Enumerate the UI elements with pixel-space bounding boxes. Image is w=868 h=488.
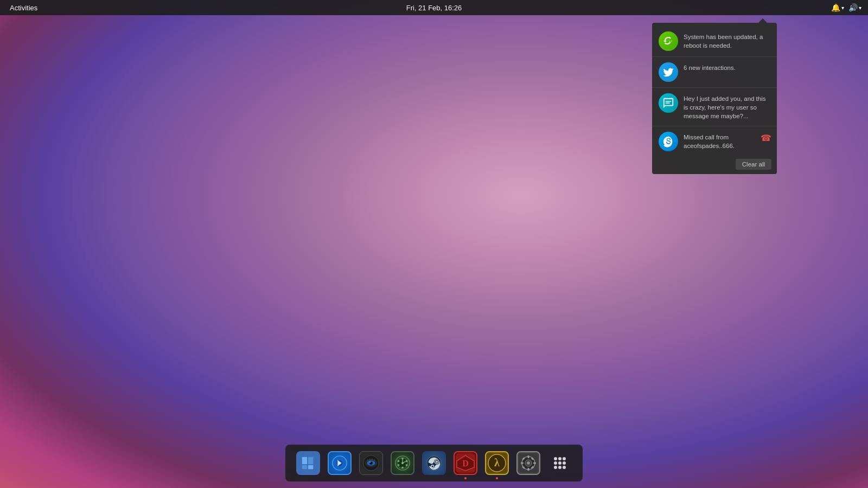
svg-rect-0 [302,457,307,464]
message-icon [659,93,678,113]
topbar-datetime: Fri, 21 Feb, 16:26 [406,4,462,12]
svg-text:λ: λ [494,457,500,468]
volume-button[interactable]: 🔊 ▾ [848,3,861,12]
volume-icon: 🔊 [848,3,858,12]
topbar: Activities Fri, 21 Feb, 16:26 🔔 ▾ 🔊 ▾ [0,0,868,15]
svg-point-30 [436,461,438,463]
svg-point-52 [563,457,566,460]
notification-caret-icon: ▾ [841,5,844,11]
notification-text-twitter: 6 new interactions. [684,62,770,72]
notification-text-skype: Missed call from aceofspades..666. [684,132,770,150]
notif-divider-3 [652,126,777,126]
svg-point-54 [558,461,561,465]
svg-point-24 [398,460,400,462]
files-icon [296,451,320,475]
notification-footer: Clear all [652,156,777,172]
dock-item-workrave[interactable] [388,449,417,477]
twitter-icon [659,62,678,82]
notification-panel: System has been updated, a reboot is nee… [652,23,777,174]
dock-item-dota[interactable]: D [451,449,480,477]
bell-icon: 🔔 [831,3,840,12]
notification-text-message: Hey I just added you, and this is crazy,… [684,93,770,120]
svg-point-49 [527,461,530,465]
rhythmbox-icon [328,451,352,475]
svg-text:D: D [462,459,469,468]
volume-caret-icon: ▾ [859,5,861,11]
svg-point-21 [406,464,408,466]
svg-rect-43 [521,463,524,464]
dota-icon: D [454,451,477,475]
svg-rect-1 [308,457,313,464]
appgrid-icon [548,451,572,475]
clear-all-button[interactable]: Clear all [736,159,771,170]
dock-item-rhythmbox[interactable] [326,449,354,477]
notification-item-skype[interactable]: Missed call from aceofspades..666. ☎ [652,127,777,156]
notification-item-update[interactable]: System has been updated, a reboot is nee… [652,27,777,55]
svg-point-23 [398,464,400,466]
topbar-left: Activities [7,3,41,13]
svg-point-20 [406,460,408,462]
svg-point-27 [401,462,404,464]
svg-rect-41 [528,455,529,458]
svg-point-55 [563,461,566,465]
dota-indicator [464,477,467,479]
synaptic-icon [516,451,540,475]
svg-point-53 [554,461,557,465]
desktop: Activities Fri, 21 Feb, 16:26 🔔 ▾ 🔊 ▾ [0,0,868,488]
dock-item-eyeofgnome[interactable] [357,449,385,477]
svg-rect-42 [528,468,529,471]
svg-rect-44 [533,463,536,464]
dock-item-lambda[interactable]: λ [483,449,511,477]
notification-text-update: System has been updated, a reboot is nee… [684,31,770,50]
dock-item-files[interactable] [294,449,322,477]
svg-point-11 [369,461,371,463]
notif-divider-2 [652,87,777,88]
notification-button[interactable]: 🔔 ▾ [831,3,844,12]
dock: D λ [285,445,583,481]
svg-rect-3 [308,465,313,470]
svg-point-58 [563,466,566,469]
svg-point-51 [558,457,561,460]
notif-divider-1 [652,56,777,57]
eyeofgnome-icon [359,451,383,475]
svg-point-56 [554,466,557,469]
lambda-icon: λ [485,451,509,475]
notification-item-twitter[interactable]: 6 new interactions. [652,58,777,86]
svg-point-50 [554,457,557,460]
notification-close-icon[interactable]: ☎ [761,133,771,143]
svg-point-22 [401,467,404,469]
steam-icon [422,451,446,475]
dock-item-appgrid[interactable] [546,449,574,477]
dock-item-synaptic[interactable] [514,449,542,477]
update-icon [659,31,678,51]
svg-rect-2 [302,465,307,470]
notification-item-message[interactable]: Hey I just added you, and this is crazy,… [652,89,777,125]
activities-button[interactable]: Activities [7,3,41,13]
skype-icon [659,132,678,151]
dock-item-steam[interactable] [420,449,448,477]
workrave-icon [391,451,414,475]
lambda-indicator [496,477,498,479]
topbar-right: 🔔 ▾ 🔊 ▾ [831,3,861,12]
svg-point-57 [558,466,561,469]
